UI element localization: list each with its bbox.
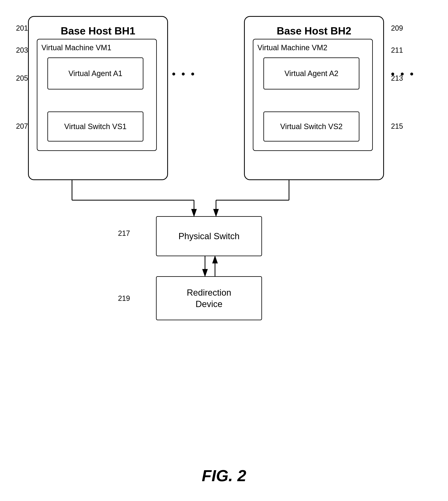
vm2-label: Virtual Machine VM2 [257, 43, 368, 52]
vswitch-vs1-label: Virtual Switch VS1 [64, 122, 127, 131]
physical-switch-label: Physical Switch [178, 231, 240, 241]
ref-207: 207 [16, 122, 28, 131]
bh2-title: Base Host BH2 [245, 21, 383, 39]
ref-205: 205 [16, 74, 28, 83]
base-host-bh2: Base Host BH2 Virtual Machine VM2 Virtua… [244, 16, 384, 180]
ref-203: 203 [16, 46, 28, 54]
agent-a2-label: Virtual Agent A2 [284, 69, 338, 78]
ref-219: 219 [118, 294, 130, 303]
agent-a2-box: Virtual Agent A2 [263, 57, 359, 89]
figure-caption: FIG. 2 [202, 467, 246, 485]
ref-215: 215 [391, 122, 403, 131]
ellipsis-bh2: • • • [391, 68, 415, 80]
vm1-label: Virtual Machine VM1 [41, 43, 152, 52]
redirection-device-label: Redirection Device [187, 287, 231, 310]
vswitch-vs1-box: Virtual Switch VS1 [48, 112, 144, 142]
ref-211: 211 [391, 46, 403, 54]
ref-209: 209 [391, 24, 403, 33]
physical-switch-box: Physical Switch [156, 216, 262, 256]
base-host-bh1: Base Host BH1 Virtual Machine VM1 Virtua… [28, 16, 168, 180]
vswitch-vs2-label: Virtual Switch VS2 [280, 122, 343, 131]
ref-201: 201 [16, 24, 28, 33]
bh1-title: Base Host BH1 [29, 21, 167, 39]
agent-a1-label: Virtual Agent A1 [68, 69, 122, 78]
vswitch-vs2-box: Virtual Switch VS2 [263, 112, 359, 142]
vm2-box: Virtual Machine VM2 Virtual Agent A2 Vir… [253, 39, 373, 151]
ellipsis-bh1: • • • [172, 68, 196, 80]
agent-a1-box: Virtual Agent A1 [48, 57, 144, 89]
ref-217: 217 [118, 229, 130, 238]
vm1-box: Virtual Machine VM1 Virtual Agent A1 Vir… [37, 39, 157, 151]
redirection-device-box: Redirection Device [156, 276, 262, 320]
